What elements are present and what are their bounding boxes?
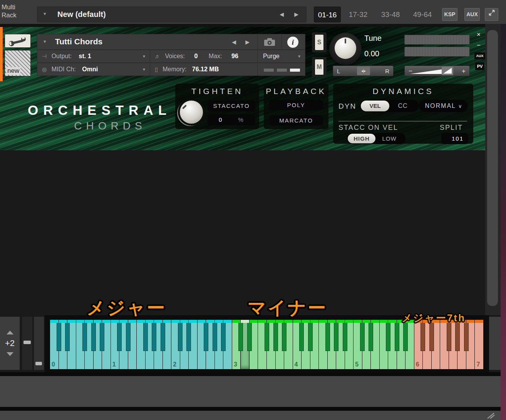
low-toggle-off[interactable]: LOW [375, 135, 403, 142]
tab-49-64[interactable]: 49-64 [411, 7, 434, 22]
black-key-major-7th[interactable] [447, 323, 451, 351]
fader-handle[interactable] [23, 341, 31, 344]
black-key-major[interactable] [152, 323, 156, 351]
black-key-minor[interactable] [325, 323, 330, 351]
black-key-minor[interactable] [343, 323, 347, 351]
scrollbar-thumb[interactable] [487, 30, 498, 306]
black-key-minor[interactable] [395, 323, 399, 351]
keyboard-fader-1[interactable] [22, 317, 32, 370]
resize-rack-button[interactable] [485, 8, 498, 21]
tighten-knob[interactable] [180, 101, 203, 124]
black-key-major[interactable] [221, 323, 226, 351]
purge-menu[interactable]: Purge ▾ [257, 50, 305, 63]
ksp-button[interactable]: KSP [442, 8, 457, 21]
solo-button[interactable]: S [315, 34, 324, 50]
instrument-prev-icon[interactable]: ◀ [232, 39, 236, 45]
instrument-title-bar[interactable]: ▾ Tutti Chords ◀ ▶ [37, 34, 258, 50]
black-key-major-7th[interactable] [455, 323, 460, 351]
midi-channel-selector[interactable]: ◎ MIDI Ch: Omni ▾ [37, 63, 150, 76]
poly-button[interactable]: POLY [269, 100, 323, 110]
key-range-strip [380, 320, 388, 323]
black-key-major[interactable] [82, 323, 87, 351]
aux-button[interactable]: AUX [464, 8, 480, 21]
high-toggle-on[interactable]: HIGH [348, 134, 375, 143]
minimize-icon[interactable]: − [477, 42, 481, 49]
tighten-value-field[interactable]: 0 % [208, 114, 255, 125]
tab-17-32[interactable]: 17-32 [347, 7, 370, 22]
cc-toggle-off[interactable]: CC [389, 102, 416, 109]
black-key-minor[interactable] [247, 323, 252, 351]
black-key-major[interactable] [161, 323, 165, 351]
black-key-minor[interactable] [238, 323, 243, 351]
instrument-next-icon[interactable]: ▶ [245, 39, 250, 45]
new-instrument-button[interactable]: new [5, 50, 31, 76]
preset-next-icon[interactable]: ▶ [294, 11, 298, 17]
chevron-down-icon[interactable]: ▾ [298, 54, 300, 59]
keyboard-fader-2[interactable] [34, 317, 44, 370]
black-key-major-7th[interactable] [421, 323, 425, 351]
tighten-mode-button[interactable]: STACCATO [208, 101, 255, 111]
black-key-major[interactable] [100, 323, 104, 351]
vel-toggle-on[interactable]: VEL [361, 101, 389, 111]
mute-button[interactable]: M [315, 59, 324, 75]
split-value-field[interactable]: 101 [441, 133, 468, 144]
black-key-major[interactable] [91, 323, 96, 351]
preset-prev-icon[interactable]: ◀ [280, 11, 284, 17]
black-key-minor[interactable] [265, 323, 269, 351]
black-key-major[interactable] [143, 323, 148, 351]
tab-01-16[interactable]: 01-16 [314, 7, 341, 22]
black-key-major[interactable] [117, 323, 122, 351]
snapshot-button[interactable] [257, 34, 282, 50]
black-key-major[interactable] [126, 323, 131, 351]
black-key-minor[interactable] [360, 323, 365, 351]
purge-label: Purge [263, 53, 280, 60]
background-window-edge [501, 24, 506, 420]
pan-handle[interactable]: ◂|▸ [357, 67, 370, 75]
resize-grip-icon[interactable] [485, 412, 495, 419]
transpose-down-icon[interactable] [7, 352, 13, 356]
black-key-major-7th[interactable] [464, 323, 469, 351]
performance-view-button[interactable]: PV [475, 62, 484, 70]
tune-knob[interactable] [329, 33, 362, 65]
key-range-strip [466, 320, 475, 323]
info-button[interactable]: i [281, 34, 305, 50]
scrollbar-track[interactable] [485, 24, 501, 315]
tab-33-48[interactable]: 33-48 [379, 7, 402, 22]
black-key-minor[interactable] [299, 323, 304, 351]
volume-slider[interactable]: − + [404, 66, 470, 76]
black-key-minor[interactable] [386, 323, 390, 351]
dynamics-mode-dropdown[interactable]: NORMAL ∨ [419, 100, 468, 112]
stacc-vel-toggle[interactable]: HIGH LOW [347, 133, 405, 144]
black-key-major[interactable] [65, 323, 70, 351]
black-key-minor[interactable] [403, 323, 408, 351]
black-key-minor[interactable] [282, 323, 287, 351]
black-key-minor[interactable] [273, 323, 278, 351]
dyn-source-toggle[interactable]: VEL CC [360, 100, 419, 112]
chevron-down-icon[interactable]: ▾ [44, 11, 46, 17]
black-key-major[interactable] [204, 323, 208, 351]
close-icon[interactable]: × [477, 31, 481, 39]
level-meter-right [404, 47, 470, 57]
black-key-major[interactable] [178, 323, 183, 351]
black-key-major[interactable] [186, 323, 191, 351]
pan-slider[interactable]: L R ◂|▸ [333, 66, 394, 76]
chevron-down-icon[interactable]: ▾ [44, 39, 46, 44]
transpose-up-icon[interactable] [7, 331, 13, 334]
black-key-minor[interactable] [369, 323, 373, 351]
marcato-button[interactable]: MARCATO [269, 115, 323, 126]
key-range-strip [137, 320, 145, 323]
chevron-down-icon[interactable]: ▾ [143, 67, 145, 72]
multi-preset-selector[interactable]: ▾ New (default) ◀ ▶ [37, 7, 307, 22]
output-selector[interactable]: ⊣ Output: st. 1 ▾ [37, 50, 150, 63]
black-key-major[interactable] [57, 323, 61, 351]
voices-icon: ♬ [155, 53, 160, 59]
black-key-major[interactable] [213, 323, 217, 351]
black-key-minor[interactable] [308, 323, 313, 351]
black-key-major-7th[interactable] [429, 323, 434, 351]
chevron-down-icon[interactable]: ▾ [143, 54, 145, 59]
fader-handle[interactable] [35, 362, 42, 365]
black-key-minor[interactable] [334, 323, 338, 351]
aux-sends-button[interactable]: AUX [474, 52, 485, 59]
edit-instrument-button[interactable] [5, 34, 31, 48]
key-range-strip [293, 320, 302, 323]
